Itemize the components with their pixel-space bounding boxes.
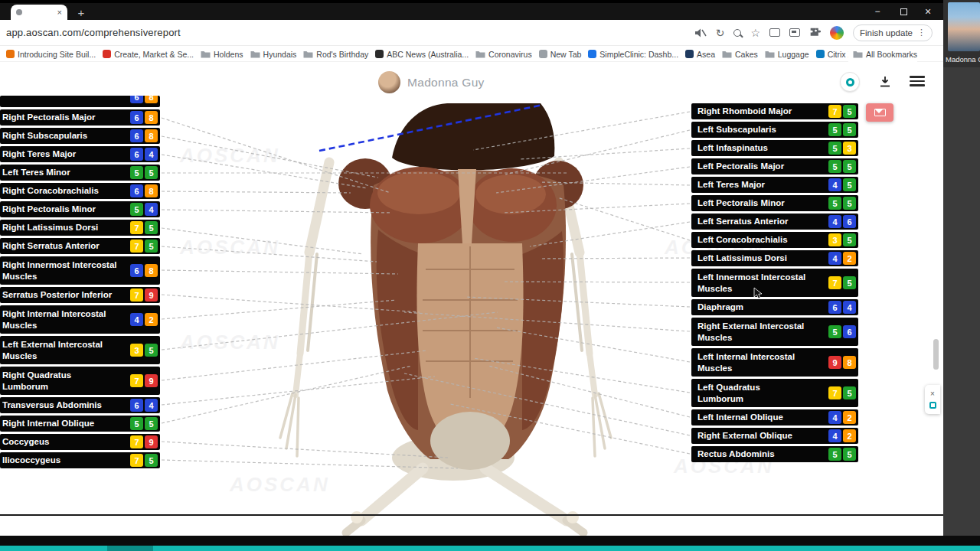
tab-favicon-icon	[16, 9, 22, 15]
muscle-row[interactable]: Transversus Abdominis64	[0, 397, 160, 413]
menu-button[interactable]	[910, 74, 925, 88]
zoom-icon[interactable]	[733, 29, 741, 37]
muscle-row[interactable]: Right Latissimus Dorsi75	[0, 220, 160, 236]
muscle-row[interactable]: Right Rhomboid Major75	[691, 103, 858, 119]
avatar	[378, 71, 400, 93]
muscle-row[interactable]: Left Teres Major45	[691, 177, 858, 193]
score-badge: 6	[130, 264, 143, 277]
muscle-row[interactable]: Left Pectoralis Major55	[691, 158, 858, 174]
profile-avatar-icon[interactable]	[830, 26, 844, 40]
extension-icon-2[interactable]	[789, 28, 800, 37]
bookmark-item[interactable]: Create, Market & Se...	[103, 50, 194, 59]
muscle-row[interactable]: Left External Intercostal Muscles35	[0, 336, 160, 364]
muscle-row[interactable]: Serratus Posterior Inferior79	[0, 287, 160, 303]
bookmark-item[interactable]: Introducing Site Buil...	[6, 50, 96, 59]
tab-close-icon[interactable]: ×	[57, 8, 62, 17]
bookmark-item[interactable]: Asea	[685, 50, 715, 59]
score-badge: 4	[145, 399, 158, 412]
score-badge: 6	[130, 129, 143, 142]
muscle-row[interactable]: Right Quadratus Lumborum79	[0, 367, 160, 395]
score-badges: 46	[828, 215, 856, 228]
muscle-row[interactable]: Left Internal Intercostal Muscles98	[691, 348, 858, 377]
muscle-row-partial[interactable]: 68	[0, 96, 160, 107]
window-minimize-button[interactable]: −	[867, 3, 888, 20]
muscle-row[interactable]: Right Internal Oblique55	[0, 416, 160, 432]
email-button[interactable]	[866, 103, 893, 122]
bookmark-label: Create, Market & Se...	[114, 50, 194, 59]
address-bar[interactable]: app.aoscan.com/comprehensivereport	[6, 27, 181, 38]
bookmark-item[interactable]: Rod's Birthday	[303, 50, 368, 59]
score-badges: 75	[130, 240, 158, 253]
bookmark-star-icon[interactable]: ☆	[750, 28, 760, 38]
score-badge: 8	[145, 96, 158, 103]
muscle-row[interactable]: Right Innermost Intercostal Muscles68	[0, 256, 160, 285]
muscle-row[interactable]: Right Pectoralis Minor54	[0, 201, 160, 217]
reload-icon[interactable]: ↻	[716, 28, 725, 38]
muscle-row[interactable]: Left Subscapularis55	[691, 122, 858, 138]
muscle-row[interactable]: Right Internal Intercostal Muscles42	[0, 305, 160, 334]
score-badge: 5	[145, 240, 158, 253]
score-badge: 7	[130, 435, 143, 448]
browser-tab[interactable]: ×	[11, 5, 67, 20]
score-badge: 5	[828, 123, 841, 136]
download-report-button[interactable]	[875, 72, 895, 92]
score-badge: 5	[843, 178, 856, 191]
score-badges: 53	[828, 142, 856, 155]
muscle-row[interactable]: Left Pectoralis Minor55	[691, 195, 858, 211]
score-badges: 55	[130, 417, 158, 430]
page-scrollbar-thumb[interactable]	[933, 339, 939, 370]
chat-icon[interactable]	[929, 402, 936, 409]
window-maximize-button[interactable]	[893, 3, 914, 20]
score-badge: 7	[130, 221, 143, 234]
muscle-row[interactable]: Diaphragm64	[691, 299, 858, 315]
bookmark-item[interactable]: Cakes	[722, 50, 758, 59]
edge-widget[interactable]: ×	[925, 385, 940, 414]
score-badge: 8	[843, 356, 856, 369]
bookmark-item[interactable]: ABC News (Australia...	[375, 50, 469, 59]
muscle-row[interactable]: Right Coracobrachialis68	[0, 183, 160, 199]
bookmark-item[interactable]: New Tab	[539, 50, 582, 59]
bookmark-label: Cakes	[735, 50, 758, 59]
score-badges: 68	[130, 184, 158, 197]
muscle-row[interactable]: Right Pectoralis Major68	[0, 109, 160, 126]
muscle-row[interactable]: Right Subscapularis68	[0, 128, 160, 144]
score-badge: 8	[145, 111, 158, 124]
muscle-row[interactable]: Coccygeus79	[0, 434, 160, 450]
window-close-button[interactable]: ×	[917, 3, 939, 20]
muscle-row[interactable]: Right Teres Major64	[0, 146, 160, 162]
muscle-row[interactable]: Iliococcygeus75	[0, 452, 160, 468]
chip-menu-dots-icon[interactable]: ⋮	[917, 28, 926, 37]
muscle-row[interactable]: Left Teres Minor55	[0, 165, 160, 181]
extensions-puzzle-icon[interactable]	[809, 27, 821, 38]
new-tab-button[interactable]: +	[74, 5, 89, 20]
score-badge: 5	[843, 197, 856, 210]
muscle-label: Iliococcygeus	[2, 455, 129, 465]
muscle-row[interactable]: Left Innermost Intercostal Muscles75	[691, 269, 858, 297]
info-button[interactable]	[840, 72, 860, 92]
muscle-label: Right Latissimus Dorsi	[2, 222, 129, 233]
muscle-row[interactable]: Left Quadratus Lumborum75	[691, 379, 858, 407]
muscle-row[interactable]: Left Internal Oblique42	[691, 409, 858, 425]
finish-update-chip[interactable]: Finish update ⋮	[853, 24, 933, 41]
mute-icon[interactable]	[694, 28, 707, 38]
muscle-row[interactable]: Left Latissimus Dorsi42	[691, 250, 858, 266]
muscle-row[interactable]: Right External Intercostal Muscles56	[691, 318, 858, 346]
score-badge: 5	[828, 142, 841, 155]
bookmark-item[interactable]: Luggage	[765, 50, 809, 59]
all-bookmarks-button[interactable]: All Bookmarks	[848, 46, 917, 62]
score-badges: 75	[130, 454, 158, 467]
bookmark-item[interactable]: Coronavirus	[475, 50, 532, 59]
bookmark-item[interactable]: SimpleClinic: Dashb...	[588, 50, 678, 59]
muscle-row[interactable]: Left Serratus Anterior46	[691, 214, 858, 230]
bookmarks-list: Introducing Site Buil...Create, Market &…	[6, 46, 858, 62]
score-badges: 64	[130, 148, 158, 161]
bookmark-item[interactable]: Holdens	[201, 50, 243, 59]
muscle-row[interactable]: Left Coracobrachialis35	[691, 232, 858, 248]
muscle-row[interactable]: Right External Oblique42	[691, 428, 858, 444]
bookmark-item[interactable]: Hyundais	[250, 50, 297, 59]
muscle-row[interactable]: Right Serratus Anterior75	[0, 238, 160, 254]
muscle-row[interactable]: Left Infaspinatus53	[691, 140, 858, 156]
muscle-row[interactable]: Rectus Abdominis55	[691, 446, 858, 462]
close-icon[interactable]: ×	[930, 390, 935, 398]
extension-icon[interactable]	[769, 28, 780, 37]
